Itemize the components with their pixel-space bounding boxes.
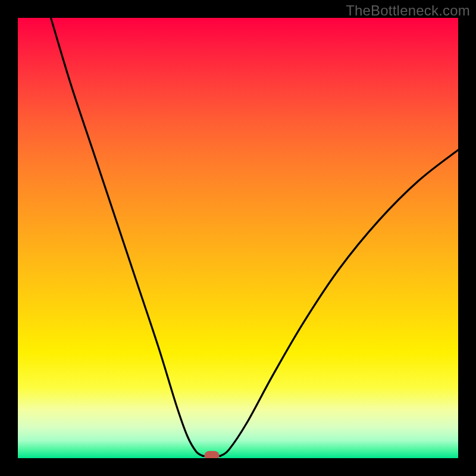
plot-area — [18, 18, 458, 458]
chart-frame: TheBottleneck.com — [0, 0, 476, 476]
curve-right — [220, 150, 458, 456]
curve-layer — [18, 18, 458, 458]
optimal-marker — [204, 451, 219, 458]
curve-left — [51, 18, 203, 456]
watermark-text: TheBottleneck.com — [346, 2, 470, 19]
